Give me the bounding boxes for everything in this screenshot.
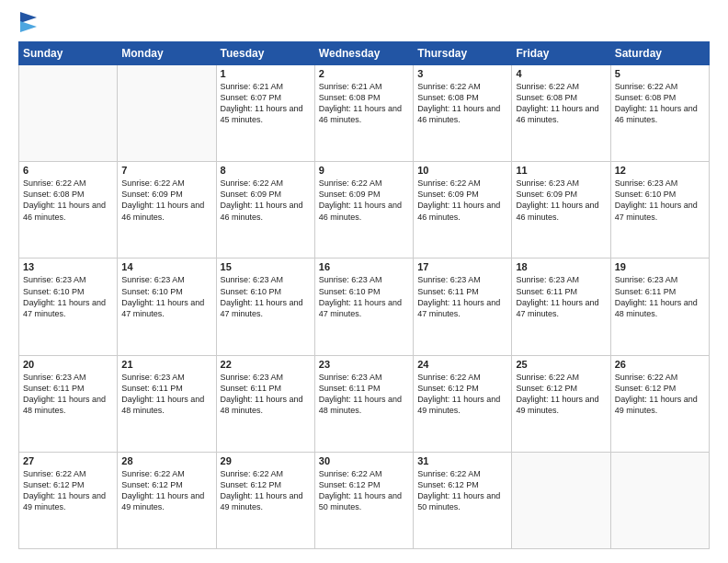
calendar-cell: 2Sunrise: 6:21 AM Sunset: 6:08 PM Daylig… xyxy=(314,65,413,162)
cell-info: Sunrise: 6:22 AM Sunset: 6:08 PM Dayligh… xyxy=(615,81,705,126)
day-number: 18 xyxy=(516,261,606,272)
weekday-header-row: SundayMondayTuesdayWednesdayThursdayFrid… xyxy=(19,42,710,65)
cell-info: Sunrise: 6:23 AM Sunset: 6:11 PM Dayligh… xyxy=(417,274,507,319)
day-number: 29 xyxy=(221,455,311,466)
day-number: 6 xyxy=(23,165,113,176)
day-number: 7 xyxy=(121,165,211,176)
cell-info: Sunrise: 6:22 AM Sunset: 6:12 PM Dayligh… xyxy=(417,468,507,513)
day-number: 20 xyxy=(23,359,113,370)
calendar-cell: 26Sunrise: 6:22 AM Sunset: 6:12 PM Dayli… xyxy=(610,355,709,452)
calendar-week-4: 20Sunrise: 6:23 AM Sunset: 6:11 PM Dayli… xyxy=(19,355,710,452)
cell-info: Sunrise: 6:23 AM Sunset: 6:10 PM Dayligh… xyxy=(319,274,409,319)
day-number: 27 xyxy=(23,455,113,466)
calendar-cell: 4Sunrise: 6:22 AM Sunset: 6:08 PM Daylig… xyxy=(512,65,610,162)
page: SundayMondayTuesdayWednesdayThursdayFrid… xyxy=(0,0,728,563)
calendar-cell: 28Sunrise: 6:22 AM Sunset: 6:12 PM Dayli… xyxy=(118,452,216,548)
calendar-table: SundayMondayTuesdayWednesdayThursdayFrid… xyxy=(18,41,710,549)
weekday-header-sunday: Sunday xyxy=(19,42,118,65)
calendar-cell xyxy=(118,65,216,162)
header xyxy=(18,14,710,32)
cell-info: Sunrise: 6:22 AM Sunset: 6:09 PM Dayligh… xyxy=(121,178,211,223)
calendar-week-2: 6Sunrise: 6:22 AM Sunset: 6:08 PM Daylig… xyxy=(19,162,710,259)
day-number: 1 xyxy=(221,68,311,79)
day-number: 8 xyxy=(221,165,311,176)
svg-marker-1 xyxy=(20,21,37,32)
calendar-cell: 14Sunrise: 6:23 AM Sunset: 6:10 PM Dayli… xyxy=(118,259,216,355)
cell-info: Sunrise: 6:22 AM Sunset: 6:08 PM Dayligh… xyxy=(417,81,507,126)
weekday-header-monday: Monday xyxy=(118,42,216,65)
day-number: 21 xyxy=(121,359,211,370)
logo-flag-icon xyxy=(20,12,37,32)
day-number: 12 xyxy=(615,165,705,176)
day-number: 4 xyxy=(516,68,606,79)
cell-info: Sunrise: 6:23 AM Sunset: 6:11 PM Dayligh… xyxy=(121,372,211,417)
calendar-cell: 7Sunrise: 6:22 AM Sunset: 6:09 PM Daylig… xyxy=(118,162,216,259)
calendar-cell: 30Sunrise: 6:22 AM Sunset: 6:12 PM Dayli… xyxy=(314,452,413,548)
calendar-cell: 29Sunrise: 6:22 AM Sunset: 6:12 PM Dayli… xyxy=(216,452,314,548)
calendar-cell: 23Sunrise: 6:23 AM Sunset: 6:11 PM Dayli… xyxy=(314,355,413,452)
weekday-header-tuesday: Tuesday xyxy=(216,42,314,65)
day-number: 17 xyxy=(417,261,507,272)
day-number: 11 xyxy=(516,165,606,176)
logo xyxy=(18,14,37,32)
cell-info: Sunrise: 6:23 AM Sunset: 6:11 PM Dayligh… xyxy=(221,372,311,417)
cell-info: Sunrise: 6:22 AM Sunset: 6:12 PM Dayligh… xyxy=(23,468,113,513)
calendar-cell: 6Sunrise: 6:22 AM Sunset: 6:08 PM Daylig… xyxy=(19,162,118,259)
day-number: 31 xyxy=(417,455,507,466)
calendar-cell xyxy=(512,452,610,548)
calendar-cell: 25Sunrise: 6:22 AM Sunset: 6:12 PM Dayli… xyxy=(512,355,610,452)
cell-info: Sunrise: 6:21 AM Sunset: 6:08 PM Dayligh… xyxy=(319,81,409,126)
day-number: 28 xyxy=(121,455,211,466)
weekday-header-wednesday: Wednesday xyxy=(314,42,413,65)
day-number: 13 xyxy=(23,261,113,272)
day-number: 23 xyxy=(319,359,409,370)
calendar-cell: 5Sunrise: 6:22 AM Sunset: 6:08 PM Daylig… xyxy=(610,65,709,162)
day-number: 3 xyxy=(417,68,507,79)
calendar-week-5: 27Sunrise: 6:22 AM Sunset: 6:12 PM Dayli… xyxy=(19,452,710,548)
day-number: 9 xyxy=(319,165,409,176)
cell-info: Sunrise: 6:22 AM Sunset: 6:09 PM Dayligh… xyxy=(221,178,311,223)
calendar-cell: 20Sunrise: 6:23 AM Sunset: 6:11 PM Dayli… xyxy=(19,355,118,452)
calendar-cell: 16Sunrise: 6:23 AM Sunset: 6:10 PM Dayli… xyxy=(314,259,413,355)
calendar-cell: 31Sunrise: 6:22 AM Sunset: 6:12 PM Dayli… xyxy=(414,452,512,548)
cell-info: Sunrise: 6:23 AM Sunset: 6:11 PM Dayligh… xyxy=(319,372,409,417)
cell-info: Sunrise: 6:23 AM Sunset: 6:10 PM Dayligh… xyxy=(615,178,705,223)
calendar-cell: 19Sunrise: 6:23 AM Sunset: 6:11 PM Dayli… xyxy=(610,259,709,355)
calendar-cell: 1Sunrise: 6:21 AM Sunset: 6:07 PM Daylig… xyxy=(216,65,314,162)
day-number: 2 xyxy=(319,68,409,79)
weekday-header-friday: Friday xyxy=(512,42,610,65)
calendar-cell xyxy=(19,65,118,162)
weekday-header-thursday: Thursday xyxy=(414,42,512,65)
cell-info: Sunrise: 6:23 AM Sunset: 6:09 PM Dayligh… xyxy=(516,178,606,223)
day-number: 30 xyxy=(319,455,409,466)
cell-info: Sunrise: 6:23 AM Sunset: 6:11 PM Dayligh… xyxy=(615,274,705,319)
cell-info: Sunrise: 6:21 AM Sunset: 6:07 PM Dayligh… xyxy=(221,81,311,126)
calendar-cell: 15Sunrise: 6:23 AM Sunset: 6:10 PM Dayli… xyxy=(216,259,314,355)
calendar-cell: 12Sunrise: 6:23 AM Sunset: 6:10 PM Dayli… xyxy=(610,162,709,259)
weekday-header-saturday: Saturday xyxy=(610,42,709,65)
calendar-cell: 13Sunrise: 6:23 AM Sunset: 6:10 PM Dayli… xyxy=(19,259,118,355)
cell-info: Sunrise: 6:22 AM Sunset: 6:12 PM Dayligh… xyxy=(516,372,606,417)
calendar-week-1: 1Sunrise: 6:21 AM Sunset: 6:07 PM Daylig… xyxy=(19,65,710,162)
calendar-cell: 3Sunrise: 6:22 AM Sunset: 6:08 PM Daylig… xyxy=(414,65,512,162)
calendar-cell: 8Sunrise: 6:22 AM Sunset: 6:09 PM Daylig… xyxy=(216,162,314,259)
day-number: 25 xyxy=(516,359,606,370)
calendar-cell xyxy=(610,452,709,548)
day-number: 26 xyxy=(615,359,705,370)
cell-info: Sunrise: 6:23 AM Sunset: 6:11 PM Dayligh… xyxy=(23,372,113,417)
cell-info: Sunrise: 6:22 AM Sunset: 6:12 PM Dayligh… xyxy=(319,468,409,513)
calendar-week-3: 13Sunrise: 6:23 AM Sunset: 6:10 PM Dayli… xyxy=(19,259,710,355)
day-number: 14 xyxy=(121,261,211,272)
calendar-cell: 9Sunrise: 6:22 AM Sunset: 6:09 PM Daylig… xyxy=(314,162,413,259)
calendar-cell: 21Sunrise: 6:23 AM Sunset: 6:11 PM Dayli… xyxy=(118,355,216,452)
cell-info: Sunrise: 6:22 AM Sunset: 6:12 PM Dayligh… xyxy=(121,468,211,513)
cell-info: Sunrise: 6:23 AM Sunset: 6:11 PM Dayligh… xyxy=(516,274,606,319)
day-number: 22 xyxy=(221,359,311,370)
day-number: 5 xyxy=(615,68,705,79)
cell-info: Sunrise: 6:22 AM Sunset: 6:09 PM Dayligh… xyxy=(319,178,409,223)
calendar-cell: 22Sunrise: 6:23 AM Sunset: 6:11 PM Dayli… xyxy=(216,355,314,452)
cell-info: Sunrise: 6:23 AM Sunset: 6:10 PM Dayligh… xyxy=(221,274,311,319)
cell-info: Sunrise: 6:22 AM Sunset: 6:12 PM Dayligh… xyxy=(221,468,311,513)
cell-info: Sunrise: 6:23 AM Sunset: 6:10 PM Dayligh… xyxy=(121,274,211,319)
cell-info: Sunrise: 6:22 AM Sunset: 6:09 PM Dayligh… xyxy=(417,178,507,223)
